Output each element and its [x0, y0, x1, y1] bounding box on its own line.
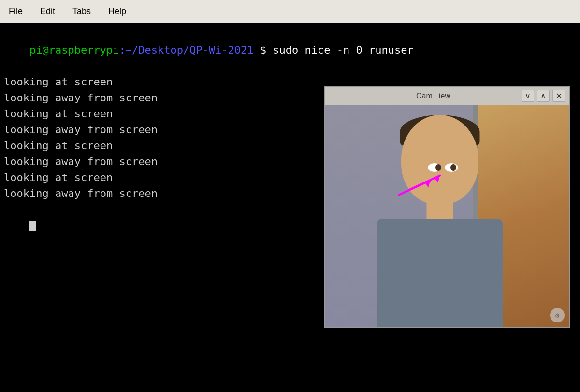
menu-tabs[interactable]: Tabs [69, 4, 95, 18]
camera-collapse-button[interactable]: ∨ [522, 90, 534, 102]
menu-bar: File Edit Tabs Help [0, 0, 580, 23]
menu-help[interactable]: Help [104, 4, 130, 18]
camera-settings-icon[interactable]: ⚙ [550, 308, 565, 322]
prompt-path: :~/Desktop/QP-Wi-2021 [119, 44, 253, 56]
terminal-cursor [29, 221, 36, 231]
prompt-line: pi@raspberrypi:~/Desktop/QP-Wi-2021 $ su… [4, 26, 576, 74]
person-head [401, 115, 478, 204]
camera-close-button[interactable]: ✕ [552, 90, 566, 102]
camera-expand-button[interactable]: ∧ [537, 90, 550, 102]
camera-feed: ⚙ [325, 105, 569, 327]
person-body [377, 219, 503, 327]
eye-right [445, 163, 458, 172]
eye-right-pupil [450, 164, 456, 171]
person-silhouette [367, 115, 512, 327]
eye-left [428, 163, 441, 172]
camera-title: Cam...iew [329, 92, 519, 100]
eye-left-pupil [435, 164, 441, 171]
menu-edit[interactable]: Edit [36, 4, 59, 18]
terminal: pi@raspberrypi:~/Desktop/QP-Wi-2021 $ su… [0, 23, 580, 392]
camera-titlebar: Cam...iew ∨ ∧ ✕ [325, 87, 569, 105]
prompt-dollar: $ [254, 44, 267, 56]
prompt-command: sudo nice -n 0 runuser [266, 44, 414, 56]
menu-file[interactable]: File [5, 4, 27, 18]
prompt-user: pi@raspberrypi [29, 44, 119, 56]
camera-window: Cam...iew ∨ ∧ ✕ [324, 86, 570, 328]
